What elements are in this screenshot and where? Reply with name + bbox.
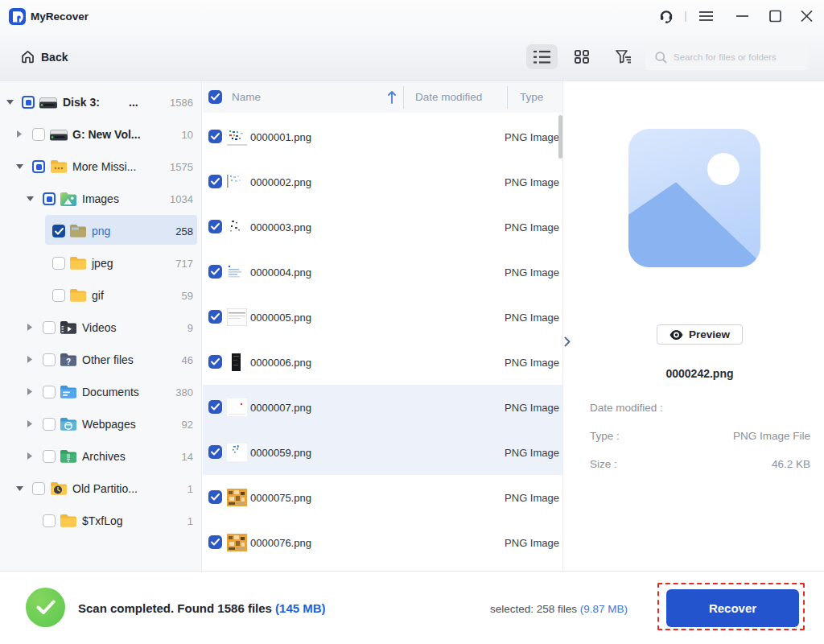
svg-text:?: ? bbox=[66, 357, 71, 366]
